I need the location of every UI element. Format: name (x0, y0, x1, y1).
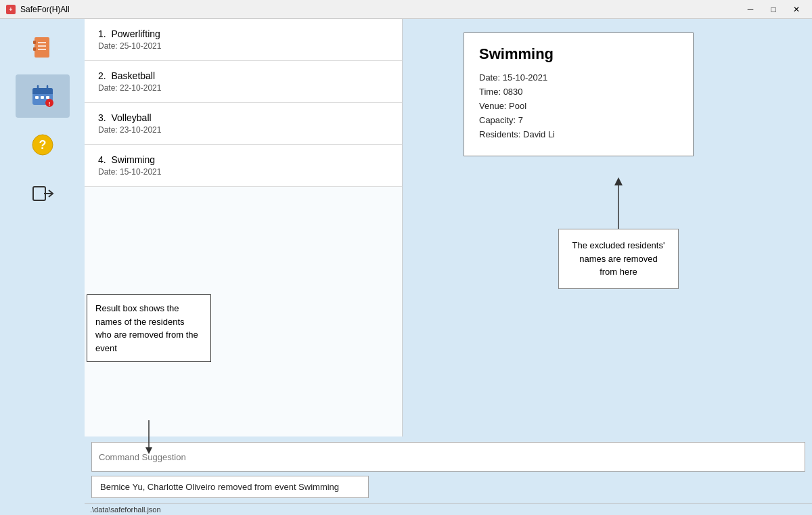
detail-date: Date: 15-10-2021 (479, 72, 678, 83)
svg-text:!: ! (48, 101, 50, 107)
excluded-residents-box: The excluded residents' names are remove… (558, 229, 679, 289)
svg-rect-20 (33, 187, 45, 200)
sidebar-item-events[interactable]: ! (16, 74, 70, 118)
event-item-1[interactable]: 2. Basketball Date: 22-10-2021 (85, 61, 402, 103)
event-list: 1. Powerlifting Date: 25-10-2021 2. Bask… (85, 19, 403, 436)
result-text: Bernice Yu, Charlotte Oliveiro removed f… (100, 482, 339, 492)
svg-rect-14 (41, 96, 44, 99)
command-input[interactable] (91, 442, 805, 472)
svg-rect-10 (32, 92, 53, 94)
logout-icon (29, 180, 56, 207)
event-item-0[interactable]: 1. Powerlifting Date: 25-10-2021 (85, 19, 402, 61)
svg-rect-13 (35, 96, 39, 99)
help-icon: ? (29, 131, 56, 158)
detail-title: Swimming (479, 45, 678, 63)
svg-text:?: ? (39, 138, 46, 152)
titlebar: + SafeFor(H)All ─ □ ✕ (0, 0, 812, 19)
result-annotation-box: Result box shows the names of the reside… (87, 294, 211, 362)
event-name-1: 2. Basketball (98, 70, 388, 81)
sidebar-item-contacts[interactable] (16, 26, 70, 69)
contacts-icon (29, 34, 56, 61)
minimize-button[interactable]: ─ (740, 3, 761, 16)
excluded-residents-text: The excluded residents' names are remove… (572, 240, 665, 277)
event-item-2[interactable]: 3. Volleyball Date: 23-10-2021 (85, 103, 402, 145)
svg-rect-2 (35, 37, 49, 58)
svg-rect-3 (33, 41, 36, 44)
event-item-3[interactable]: 4. Swimming Date: 15-10-2021 (85, 145, 402, 187)
detail-venue: Venue: Pool (479, 101, 678, 111)
app-body: ! ? 1. Powerlif (0, 19, 812, 515)
app-icon: + (5, 4, 16, 15)
detail-time: Time: 0830 (479, 87, 678, 97)
result-box: Bernice Yu, Charlotte Oliveiro removed f… (91, 476, 369, 498)
events-icon: ! (29, 83, 56, 110)
event-date-0: Date: 25-10-2021 (98, 41, 388, 51)
svg-text:+: + (9, 6, 12, 13)
statusbar: .\data\safeforhall.json (85, 503, 812, 515)
sidebar-item-logout[interactable] (16, 172, 70, 215)
app-title: SafeFor(H)All (20, 5, 740, 14)
event-name-2: 3. Volleyball (98, 112, 388, 123)
detail-capacity: Capacity: 7 (479, 115, 678, 125)
close-button[interactable]: ✕ (786, 3, 807, 16)
event-date-1: Date: 22-10-2021 (98, 83, 388, 93)
detail-panel: Swimming Date: 15-10-2021 Time: 0830 Ven… (403, 19, 812, 436)
sidebar: ! ? (0, 19, 85, 515)
detail-residents: Residents: David Li (479, 129, 678, 139)
event-date-3: Date: 15-10-2021 (98, 167, 388, 177)
file-path: .\data\safeforhall.json (90, 506, 161, 514)
svg-rect-4 (33, 47, 36, 51)
main-panel: 1. Powerlifting Date: 25-10-2021 2. Bask… (85, 19, 812, 436)
event-name-0: 1. Powerlifting (98, 28, 388, 39)
svg-rect-15 (46, 96, 49, 99)
event-detail-box: Swimming Date: 15-10-2021 Time: 0830 Ven… (464, 32, 694, 156)
result-annotation-text: Result box shows the names of the reside… (95, 303, 198, 353)
sidebar-item-help[interactable]: ? (16, 123, 70, 166)
content-area: 1. Powerlifting Date: 25-10-2021 2. Bask… (85, 19, 812, 515)
bottom-area: Bernice Yu, Charlotte Oliveiro removed f… (85, 436, 812, 503)
event-date-2: Date: 23-10-2021 (98, 125, 388, 135)
window-controls: ─ □ ✕ (740, 3, 807, 16)
event-name-3: 4. Swimming (98, 154, 388, 165)
maximize-button[interactable]: □ (763, 3, 784, 16)
